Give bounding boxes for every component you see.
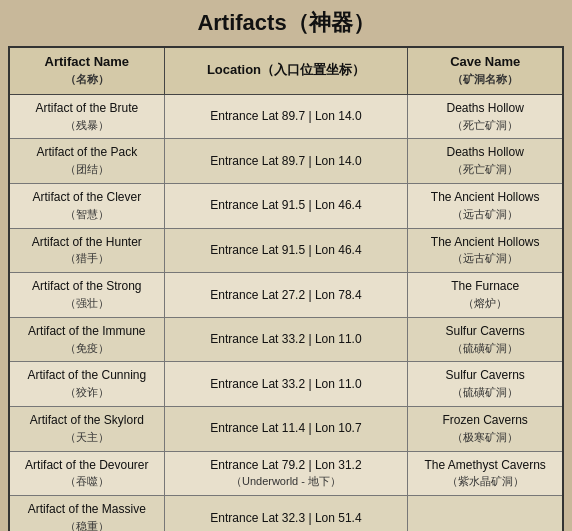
location-text: Entrance Lat 89.7 | Lon 14.0 (210, 109, 361, 123)
artifact-name-sub: （吞噬） (65, 475, 109, 487)
cave-name-sub: （熔炉） (463, 297, 507, 309)
artifact-name-sub: （免疫） (65, 342, 109, 354)
cave-name: Deaths Hollow (446, 145, 523, 159)
table-row: Artifact of the Hunter（猎手）Entrance Lat 9… (9, 228, 563, 273)
cave-cell: Deaths Hollow（死亡矿洞） (408, 139, 563, 184)
table-row: Artifact of the Cunning（狡诈）Entrance Lat … (9, 362, 563, 407)
artifact-name-sub: （猎手） (65, 252, 109, 264)
table-row: Artifact of the Immune（免疫）Entrance Lat 3… (9, 317, 563, 362)
artifact-name: Artifact of the Cunning (27, 368, 146, 382)
cave-name-sub: （硫磺矿洞） (452, 386, 518, 398)
location-text: Entrance Lat 33.2 | Lon 11.0 (210, 377, 361, 391)
location-cell: Entrance Lat 79.2 | Lon 31.2（Underworld … (164, 451, 408, 496)
artifact-cell: Artifact of the Skylord（天主） (9, 406, 164, 451)
location-text: Entrance Lat 33.2 | Lon 11.0 (210, 332, 361, 346)
cave-name-sub: （紫水晶矿洞） (447, 475, 524, 487)
table-row: Artifact of the Skylord（天主）Entrance Lat … (9, 406, 563, 451)
col-header-cave: Cave Name （矿洞名称） (408, 47, 563, 94)
cave-cell: Frozen Caverns（极寒矿洞） (408, 406, 563, 451)
location-text: Entrance Lat 89.7 | Lon 14.0 (210, 154, 361, 168)
artifact-cell: Artifact of the Clever（智慧） (9, 183, 164, 228)
col-header-location: Location（入口位置坐标） (164, 47, 408, 94)
location-cell: Entrance Lat 27.2 | Lon 78.4 (164, 273, 408, 318)
cave-name: Sulfur Caverns (445, 368, 524, 382)
cave-cell: The Ancient Hollows（远古矿洞） (408, 183, 563, 228)
location-cell: Entrance Lat 33.2 | Lon 11.0 (164, 362, 408, 407)
table-row: Artifact of the Strong（强壮）Entrance Lat 2… (9, 273, 563, 318)
cave-name-sub: （硫磺矿洞） (452, 342, 518, 354)
artifact-name-sub: （智慧） (65, 208, 109, 220)
cave-name: The Amethyst Caverns (424, 458, 545, 472)
location-text: Entrance Lat 11.4 | Lon 10.7 (210, 421, 361, 435)
artifact-cell: Artifact of the Devourer（吞噬） (9, 451, 164, 496)
cave-cell: Sulfur Caverns（硫磺矿洞） (408, 362, 563, 407)
cave-cell: The Furnace（熔炉） (408, 273, 563, 318)
location-text: Entrance Lat 91.5 | Lon 46.4 (210, 198, 361, 212)
col-header-artifact: Artifact Name （名称） (9, 47, 164, 94)
location-cell: Entrance Lat 91.5 | Lon 46.4 (164, 183, 408, 228)
artifact-name: Artifact of the Pack (36, 145, 137, 159)
artifact-name: Artifact of the Skylord (30, 413, 144, 427)
cave-name-sub: （极寒矿洞） (452, 431, 518, 443)
cave-cell (408, 496, 563, 531)
location-text: Entrance Lat 91.5 | Lon 46.4 (210, 243, 361, 257)
artifact-name: Artifact of the Strong (32, 279, 141, 293)
artifact-name-sub: （团结） (65, 163, 109, 175)
cave-name-sub: （远古矿洞） (452, 252, 518, 264)
location-cell: Entrance Lat 33.2 | Lon 11.0 (164, 317, 408, 362)
cave-name: The Ancient Hollows (431, 235, 540, 249)
cave-name: The Furnace (451, 279, 519, 293)
cave-name-sub: （远古矿洞） (452, 208, 518, 220)
cave-name: Sulfur Caverns (445, 324, 524, 338)
artifact-name: Artifact of the Massive (28, 502, 146, 516)
location-text: Entrance Lat 79.2 | Lon 31.2 (210, 458, 361, 472)
table-row: Artifact of the Clever（智慧）Entrance Lat 9… (9, 183, 563, 228)
cave-cell: The Ancient Hollows（远古矿洞） (408, 228, 563, 273)
location-cell: Entrance Lat 11.4 | Lon 10.7 (164, 406, 408, 451)
artifact-cell: Artifact of the Immune（免疫） (9, 317, 164, 362)
artifact-name-sub: （残暴） (65, 119, 109, 131)
artifact-name: Artifact of the Clever (32, 190, 141, 204)
artifact-name-sub: （天主） (65, 431, 109, 443)
artifact-cell: Artifact of the Pack（团结） (9, 139, 164, 184)
cave-cell: The Amethyst Caverns（紫水晶矿洞） (408, 451, 563, 496)
location-cell: Entrance Lat 89.7 | Lon 14.0 (164, 139, 408, 184)
table-row: Artifact of the Devourer（吞噬）Entrance Lat… (9, 451, 563, 496)
artifact-name: Artifact of the Brute (35, 101, 138, 115)
cave-cell: Deaths Hollow（死亡矿洞） (408, 94, 563, 139)
page-container: Artifacts（神器） Artifact Name （名称） Locatio… (0, 0, 572, 531)
artifacts-table: Artifact Name （名称） Location（入口位置坐标） Cave… (8, 46, 564, 531)
artifact-cell: Artifact of the Brute（残暴） (9, 94, 164, 139)
artifact-name: Artifact of the Immune (28, 324, 145, 338)
page-title: Artifacts（神器） (8, 8, 564, 38)
location-sub: （Underworld - 地下） (231, 475, 341, 487)
location-cell: Entrance Lat 91.5 | Lon 46.4 (164, 228, 408, 273)
cave-name: Deaths Hollow (446, 101, 523, 115)
location-text: Entrance Lat 27.2 | Lon 78.4 (210, 288, 361, 302)
cave-cell: Sulfur Caverns（硫磺矿洞） (408, 317, 563, 362)
artifact-name-sub: （强壮） (65, 297, 109, 309)
location-text: Entrance Lat 32.3 | Lon 51.4 (210, 511, 361, 525)
location-cell: Entrance Lat 89.7 | Lon 14.0 (164, 94, 408, 139)
artifact-cell: Artifact of the Massive（稳重） (9, 496, 164, 531)
artifact-name-sub: （稳重） (65, 520, 109, 531)
table-row: Artifact of the Brute（残暴）Entrance Lat 89… (9, 94, 563, 139)
location-cell: Entrance Lat 32.3 | Lon 51.4 (164, 496, 408, 531)
artifact-name-sub: （狡诈） (65, 386, 109, 398)
cave-name: The Ancient Hollows (431, 190, 540, 204)
table-row: Artifact of the Pack（团结）Entrance Lat 89.… (9, 139, 563, 184)
artifact-cell: Artifact of the Cunning（狡诈） (9, 362, 164, 407)
artifact-name: Artifact of the Devourer (25, 458, 148, 472)
table-header-row: Artifact Name （名称） Location（入口位置坐标） Cave… (9, 47, 563, 94)
artifact-cell: Artifact of the Hunter（猎手） (9, 228, 164, 273)
cave-name-sub: （死亡矿洞） (452, 163, 518, 175)
artifact-cell: Artifact of the Strong（强壮） (9, 273, 164, 318)
table-row: Artifact of the Massive（稳重）Entrance Lat … (9, 496, 563, 531)
cave-name-sub: （死亡矿洞） (452, 119, 518, 131)
artifact-name: Artifact of the Hunter (32, 235, 142, 249)
cave-name: Frozen Caverns (442, 413, 527, 427)
